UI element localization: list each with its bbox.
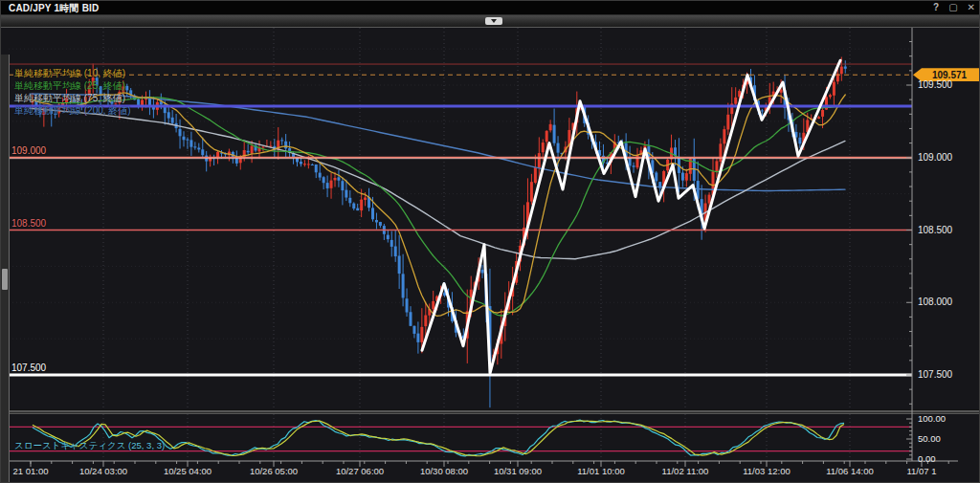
price-axis-label: 109.500: [918, 79, 952, 90]
legend-item-ma200[interactable]: 単純移動平均線 (200, 終値): [14, 104, 131, 117]
price-axis-label: 107.500: [918, 369, 952, 380]
stochastic-label[interactable]: スローストキャスティクス (25, 3, 3): [14, 440, 165, 452]
x-axis-label: 10/25 04:00: [154, 466, 221, 476]
legend-item-ma10[interactable]: 単純移動平均線 (10, 終値): [14, 67, 131, 79]
title-bar[interactable]: CAD/JPY 1時間 BID ? ▢ ✕: [1, 1, 980, 15]
x-axis-label: 11/02 11:00: [652, 466, 719, 476]
app-window: CAD/JPY 1時間 BID ? ▢ ✕ 単純移動平均線 (10, 終値)単純…: [0, 0, 980, 483]
x-axis-label: 10/31 09:00: [484, 466, 551, 476]
stoch-scale-label: 0.00: [918, 453, 936, 464]
x-axis-label: 10/30 08:00: [411, 466, 478, 476]
chart-area: 単純移動平均線 (10, 終値)単純移動平均線 (25, 終値)単純移動平均線 …: [1, 28, 980, 483]
x-axis-label: 10/26 05:00: [240, 466, 307, 476]
price-axis-label: 109.000: [918, 152, 952, 163]
hlines-layer[interactable]: [9, 64, 912, 375]
x-axis-label: 11/06 14:00: [816, 466, 883, 476]
window-title: CAD/JPY 1時間 BID: [9, 2, 100, 15]
left-price-label: 109.000: [11, 145, 46, 156]
x-axis-label: 10/27 06:00: [326, 466, 393, 476]
x-axis-label: 10/24 03:00: [70, 466, 137, 476]
toolbar-strip: [1, 15, 980, 28]
stoch-scale-label: 50.00: [918, 433, 941, 444]
x-axis-label: 11/07 1: [888, 466, 955, 476]
legend-item-ma25[interactable]: 単純移動平均線 (25, 終値): [14, 79, 131, 92]
toolbar-toggle-button[interactable]: [485, 17, 502, 25]
left-scrollbar[interactable]: [1, 55, 10, 483]
ma200-line: [30, 94, 845, 190]
left-price-label: 107.500: [11, 362, 46, 373]
left-price-label: 108.500: [11, 218, 46, 229]
indicator-legend: 単純移動平均線 (10, 終値)単純移動平均線 (25, 終値)単純移動平均線 …: [14, 67, 131, 117]
price-axis-label: 108.000: [918, 296, 952, 307]
x-axis-label: 11/03 12:00: [733, 466, 800, 476]
candles-layer: [32, 57, 847, 408]
ma10-line: [33, 93, 845, 317]
scrollbar-thumb[interactable]: [2, 269, 8, 290]
price-axis-label: 108.500: [918, 225, 952, 235]
help-button[interactable]: ?: [933, 1, 939, 14]
x-axis-label: 11/01 10:00: [568, 466, 635, 476]
x-axis-label: 21 01:00: [0, 466, 64, 476]
chart-canvas[interactable]: [1, 28, 980, 483]
stoch-scale-label: 100.00: [918, 413, 946, 424]
legend-item-ma75[interactable]: 単純移動平均線 (75, 終値): [14, 92, 131, 104]
maximize-button[interactable]: ▢: [948, 1, 957, 14]
chevron-down-icon: [491, 19, 497, 23]
close-button[interactable]: ✕: [968, 1, 975, 14]
ma75-line: [30, 108, 845, 259]
